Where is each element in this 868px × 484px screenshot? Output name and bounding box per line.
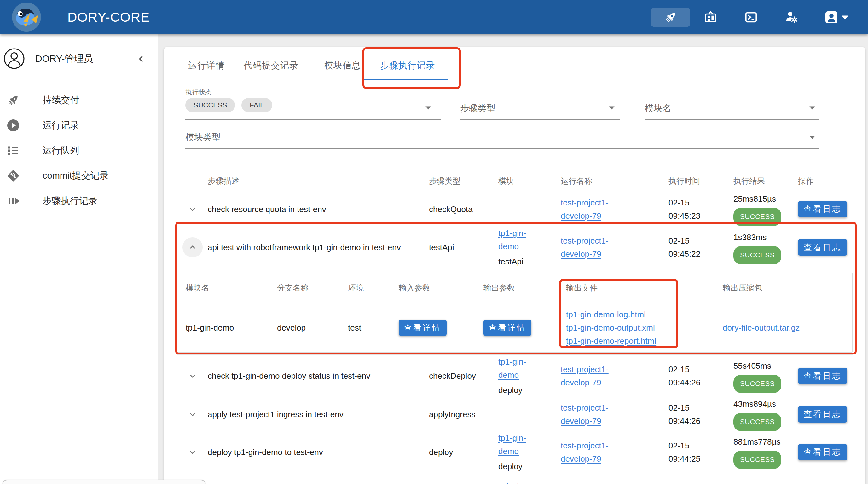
col-output-archive: 输出压缩包 (723, 283, 852, 293)
app-title: DORY-CORE (67, 0, 150, 34)
sidebar-item-label: commit提交记录 (42, 169, 108, 182)
table-header-row: 步骤描述 步骤类型 模块 运行名称 执行时间 执行结果 操作 (177, 170, 852, 192)
module-type-caret-icon[interactable] (809, 135, 816, 139)
table-row: deploy tp1-gin-demo to test-env deploy t… (177, 427, 852, 477)
task-board-icon[interactable] (704, 0, 718, 34)
col-input-params: 输入参数 (399, 283, 484, 293)
run-name-link[interactable]: test-project1-develop-79 (561, 363, 627, 389)
account-caret-icon[interactable] (840, 0, 850, 34)
col-branch: 分支名称 (277, 283, 348, 293)
status-filter-underline (185, 119, 441, 120)
module-name-caret-icon[interactable] (809, 105, 816, 110)
step-description: check tp1-gin-demo deploy status in test… (208, 369, 416, 383)
step-type: deploy (429, 446, 498, 459)
output-file-link[interactable]: tp1-gin-demo-output.xml (566, 321, 723, 334)
module-link[interactable]: tp1-gin-demo (498, 431, 532, 458)
sidebar-item-run-queue[interactable]: 运行队列 (0, 138, 158, 163)
table-row-partial: tp1-gin- (177, 477, 852, 484)
status-filter-caret-icon[interactable] (425, 105, 432, 110)
expand-chevron-icon[interactable] (187, 409, 198, 420)
user-settings-icon[interactable] (784, 0, 800, 34)
table-row: check resource quota in test-env checkQu… (177, 192, 852, 222)
tab-step-records[interactable]: 步骤执行记录 (380, 60, 435, 71)
run-name-link[interactable]: test-project1-develop-79 (561, 196, 627, 222)
col-step-type: 步骤类型 (429, 176, 498, 186)
run-name-link[interactable]: test-project1-develop-79 (561, 439, 627, 465)
run-name-link[interactable]: test-project1-develop-79 (561, 401, 627, 428)
module-sub-type: deploy (498, 460, 561, 473)
status-badge: SUCCESS (734, 208, 781, 226)
view-input-params-button[interactable]: 查看详情 (399, 320, 446, 336)
col-step-desc: 步骤描述 (208, 176, 429, 186)
output-file-link[interactable]: tp1-gin-demo-log.html (566, 308, 723, 321)
tab-run-details[interactable]: 运行详情 (188, 60, 225, 71)
col-actions: 操作 (798, 176, 852, 186)
list-icon (6, 144, 20, 158)
duration: 43ms894µs (734, 397, 798, 411)
view-log-button[interactable]: 查看日志 (798, 368, 847, 384)
view-log-button[interactable]: 查看日志 (798, 239, 847, 256)
detail-branch: develop (277, 321, 348, 334)
table-row: check tp1-gin-demo deploy status in test… (177, 355, 852, 397)
step-type-caret-icon[interactable] (608, 105, 615, 110)
col-module: 模块 (498, 176, 561, 186)
account-icon[interactable] (824, 0, 839, 34)
play-circle-icon (6, 119, 20, 132)
active-tab-underline (363, 79, 448, 80)
sidebar-item-step-records[interactable]: 步骤执行记录 (0, 188, 158, 214)
sidebar-item-label: 持续交付 (42, 94, 79, 106)
bottom-popup-edge (2, 480, 206, 484)
sidebar-item-run-records[interactable]: 运行记录 (0, 113, 158, 138)
user-name: DORY-管理员 (35, 34, 93, 83)
module-name-select[interactable]: 模块名 (645, 102, 671, 115)
rocket-nav-button[interactable] (651, 7, 690, 27)
exec-time: 02-15 09:44:26 (669, 401, 706, 428)
detail-module-name: tp1-gin-demo (186, 321, 277, 334)
duration: 1s383ms (734, 231, 798, 244)
col-output-params: 输出参数 (484, 283, 566, 293)
step-type-select[interactable]: 步骤类型 (460, 102, 495, 115)
exec-time: 02-15 09:44:26 (669, 363, 706, 389)
steps-table: 步骤描述 步骤类型 模块 运行名称 执行时间 执行结果 操作 check res… (177, 170, 852, 484)
view-log-button[interactable]: 查看日志 (798, 444, 847, 460)
tab-code-commits[interactable]: 代码提交记录 (244, 60, 299, 71)
step-type: checkQuota (429, 203, 498, 216)
sidebar-item-commit-records[interactable]: commit提交记录 (0, 163, 158, 188)
terminal-icon[interactable] (744, 0, 758, 34)
status-badge: SUCCESS (734, 413, 781, 431)
sidebar-item-label: 运行队列 (42, 144, 79, 157)
top-app-bar: DORY-CORE (0, 0, 868, 34)
module-link[interactable]: tp1-gin-demo (498, 355, 532, 382)
chip-fail[interactable]: FAIL (241, 98, 272, 112)
view-output-params-button[interactable]: 查看详情 (484, 320, 531, 336)
module-sub-type: testApi (498, 255, 561, 268)
expand-chevron-icon[interactable] (187, 447, 198, 458)
tab-module-info[interactable]: 模块信息 (324, 60, 361, 71)
module-link[interactable]: tp1-gin-demo (498, 227, 532, 253)
module-type-underline (185, 149, 819, 149)
output-file-links: tp1-gin-demo-log.html tp1-gin-demo-outpu… (566, 308, 723, 348)
status-badge: SUCCESS (734, 246, 781, 264)
view-log-button[interactable]: 查看日志 (798, 201, 847, 218)
run-name-link[interactable]: test-project1-develop-79 (561, 234, 627, 261)
collapse-chevron-icon[interactable] (183, 237, 203, 257)
module-link[interactable]: tp1-gin- (498, 480, 532, 484)
sidebar-item-label: 运行记录 (42, 119, 79, 132)
sidebar-item-label: 步骤执行记录 (42, 195, 97, 207)
sidebar-collapse-chevron-icon[interactable] (135, 53, 147, 65)
step-type: applyIngress (429, 408, 498, 421)
output-archive-link[interactable]: dory-file-output.tar.gz (723, 323, 800, 332)
duration: 25ms815µs (734, 192, 798, 205)
sidebar-item-continuous-delivery[interactable]: 持续交付 (0, 88, 158, 113)
module-type-select[interactable]: 模块类型 (185, 131, 221, 143)
output-file-link[interactable]: tp1-gin-demo-report.html (566, 334, 723, 348)
dory-fish-logo-icon (12, 2, 41, 32)
expand-chevron-icon[interactable] (187, 203, 198, 215)
step-description: check resource quota in test-env (208, 203, 416, 216)
expand-chevron-icon[interactable] (187, 370, 198, 382)
view-log-button[interactable]: 查看日志 (798, 406, 847, 423)
chip-success[interactable]: SUCCESS (185, 98, 235, 112)
rocket-icon (6, 93, 20, 107)
dory-core-app: DORY-CORE (0, 0, 868, 484)
module-name-underline (645, 119, 819, 120)
